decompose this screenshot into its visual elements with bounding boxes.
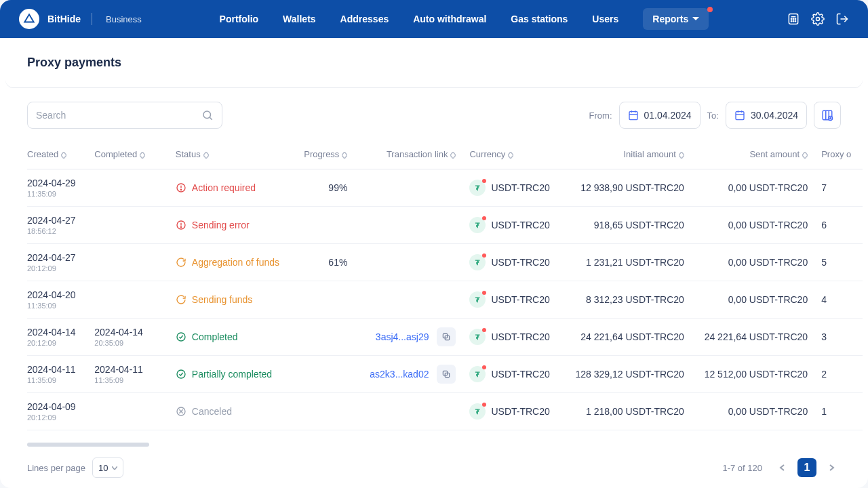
notification-dot [707,7,713,12]
chevron-down-icon [692,17,699,21]
status-label: Aggregation of funds [192,257,279,268]
horizontal-scrollbar[interactable] [27,443,841,447]
table-row[interactable]: 2024-04-1420:12:09 2024-04-1420:35:09 Co… [27,319,863,356]
svg-point-10 [203,111,211,119]
svg-point-3 [793,18,793,19]
page-1-button[interactable]: 1 [797,458,816,477]
col-created[interactable]: Created [27,140,94,169]
coin-icon: ₮ [469,217,486,233]
currency-label: USDT-TRC20 [491,182,549,193]
scroll-thumb[interactable] [27,443,149,447]
col-label: Progress [304,149,339,159]
sent-amount: 24 221,64 USDT-TRC20 [705,331,808,342]
nav-users[interactable]: Users [592,8,618,30]
col-label: Initial amount [623,149,675,159]
nav-wallets[interactable]: Wallets [283,8,316,30]
created-date: 2024-04-14 [27,327,89,338]
copy-button[interactable] [437,327,456,346]
currency-label: USDT-TRC20 [491,294,549,305]
nav-reports[interactable]: Reports [643,8,709,30]
sort-icon [140,152,145,159]
created-time: 11:35:09 [27,190,89,198]
created-date: 2024-04-27 [27,215,89,226]
copy-icon [441,369,451,379]
tx-link[interactable]: as2k3...kad02 [370,369,429,380]
svg-point-6 [793,21,793,22]
status-label: Partially completed [192,369,272,380]
to-date-input[interactable]: 30.04.2024 [726,102,807,129]
status-label: Completed [192,331,238,342]
from-date-input[interactable]: 01.04.2024 [619,102,701,129]
coin-icon: ₮ [469,254,486,270]
created-time: 11:35:09 [27,376,89,384]
status-icon [176,220,186,230]
sort-icon [203,152,209,159]
settings-icon[interactable] [811,12,825,26]
copy-button[interactable] [437,365,456,384]
prev-page-button[interactable] [773,458,792,477]
sent-amount: 12 512,00 USDT-TRC20 [705,369,808,380]
nav-label: Reports [652,14,688,24]
search-box[interactable] [27,102,222,129]
sent-amount: 0,00 USDT-TRC20 [728,220,808,230]
created-date: 2024-04-11 [27,364,89,375]
calculator-icon[interactable] [787,12,800,26]
proxy-value: 4 [821,294,827,305]
page-number: 1 [804,462,810,474]
coin-icon: ₮ [469,180,486,196]
svg-point-26 [180,189,181,190]
table-row[interactable]: 2024-04-2911:35:09 Action required 99% ₮… [27,169,863,207]
nav-auto-withdrawal[interactable]: Auto withdrawal [413,8,486,30]
col-progress[interactable]: Progress [300,140,361,169]
col-sent[interactable]: Sent amount [698,140,821,169]
nav-label: Addresses [340,14,389,24]
created-date: 2024-04-27 [27,252,89,263]
table-row[interactable]: 2024-04-1111:35:09 2024-04-1111:35:09 Pa… [27,356,863,393]
tx-link[interactable]: 3asj4...asj29 [376,331,429,342]
brand-separator [92,13,92,25]
proxy-value: 7 [821,182,827,193]
lines-per-page-label: Lines per page [27,463,85,473]
page-title-bar: Proxy payments [5,38,863,88]
status-label: Sending funds [192,294,253,305]
col-completed[interactable]: Completed [94,140,176,169]
nav-gas-stations[interactable]: Gas stations [511,8,568,30]
nav-addresses[interactable]: Addresses [340,8,389,30]
status-label: Canceled [192,406,232,417]
table-row[interactable]: 2024-04-2011:35:09 Sending funds ₮USDT-T… [27,281,863,319]
status-icon [176,369,186,380]
col-label: Status [176,149,201,159]
svg-point-7 [795,21,795,22]
initial-amount: 918,65 USDT-TRC20 [594,220,684,230]
to-label: To: [707,110,719,121]
logout-icon[interactable] [835,12,849,26]
progress-value: 61% [328,257,347,268]
sent-amount: 0,00 USDT-TRC20 [728,406,808,417]
table-row[interactable]: 2024-04-2720:12:09 Aggregation of funds … [27,244,863,281]
col-status[interactable]: Status [176,140,300,169]
col-tx[interactable]: Transaction link [361,140,469,169]
column-settings-button[interactable] [814,102,841,129]
svg-rect-16 [736,112,744,120]
svg-point-30 [177,333,185,341]
table-row[interactable]: 2024-04-2718:56:12 Sending error ₮USDT-T… [27,207,863,244]
per-page-select[interactable]: 10 [92,458,123,478]
initial-amount: 1 218,00 USDT-TRC20 [586,406,684,417]
completed-date: 2024-04-14 [94,327,170,338]
payments-table: Created Completed Status Progress Transa… [27,140,863,430]
table-row[interactable]: 2024-04-0920:12:09 Canceled ₮USDT-TRC20 … [27,393,863,430]
nav-portfolio[interactable]: Portfolio [220,8,259,30]
coin-icon: ₮ [469,403,486,420]
initial-amount: 12 938,90 USDT-TRC20 [580,182,684,193]
next-page-button[interactable] [822,458,841,477]
col-initial[interactable]: Initial amount [574,140,697,169]
col-currency[interactable]: Currency [469,140,574,169]
col-label: Sent amount [749,149,800,159]
col-proxy[interactable]: Proxy o [821,140,863,169]
created-date: 2024-04-29 [27,178,89,188]
search-input[interactable] [36,110,201,121]
col-label: Created [27,149,58,159]
logo-icon [19,9,39,29]
logo[interactable]: BitHide Business [19,9,142,29]
coin-icon: ₮ [469,329,486,345]
